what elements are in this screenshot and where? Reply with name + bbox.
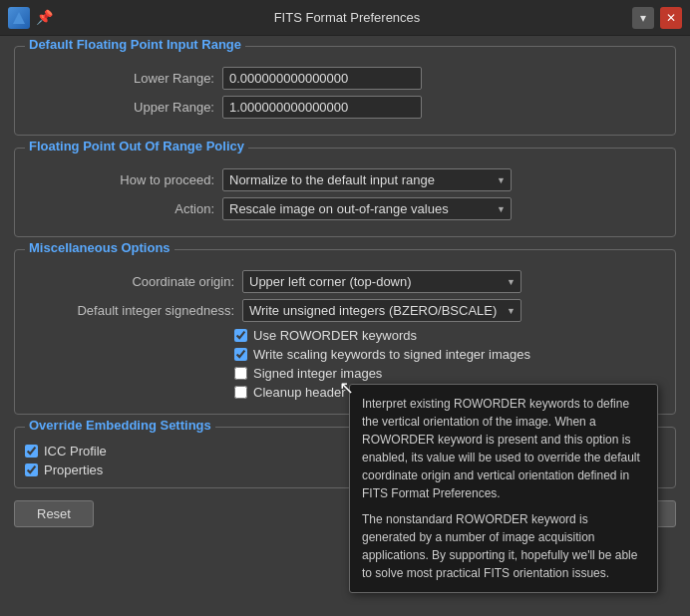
roworder-checkbox-row: Use ROWORDER keywords (234, 328, 665, 343)
out-of-range-section: Floating Point Out Of Range Policy How t… (14, 148, 676, 237)
svg-marker-0 (13, 12, 25, 24)
action-select[interactable]: Rescale image on out-of-range values Oth… (222, 197, 512, 220)
default-range-section: Default Floating Point Input Range Lower… (14, 46, 676, 136)
dropdown-button[interactable]: ▾ (632, 7, 654, 29)
integer-signedness-row: Default integer signedness: Write unsign… (25, 299, 665, 322)
roworder-label[interactable]: Use ROWORDER keywords (253, 328, 417, 343)
coord-origin-label: Coordinate origin: (25, 274, 234, 289)
close-button[interactable]: ✕ (660, 7, 682, 29)
pin-icon[interactable]: 📌 (36, 9, 54, 27)
misc-options-title: Miscellaneous Options (25, 240, 174, 255)
icc-profile-checkbox[interactable] (25, 445, 38, 458)
out-of-range-title: Floating Point Out Of Range Policy (25, 139, 248, 154)
signed-checkbox[interactable] (234, 367, 247, 380)
cleanup-checkbox[interactable] (234, 386, 247, 399)
roworder-tooltip: Interpret existing ROWORDER keywords to … (349, 384, 658, 593)
properties-checkbox[interactable] (25, 463, 38, 476)
embedding-title: Override Embedding Settings (25, 418, 215, 433)
scaling-label[interactable]: Write scaling keywords to signed integer… (253, 347, 530, 362)
dialog-title: FITS Format Preferences (62, 10, 632, 25)
title-bar: 📌 FITS Format Preferences ▾ ✕ (0, 0, 690, 36)
signed-label[interactable]: Signed integer images (253, 366, 382, 381)
scaling-checkbox-row: Write scaling keywords to signed integer… (234, 347, 665, 362)
upper-range-label: Upper Range: (25, 100, 214, 115)
action-row: Action: Rescale image on out-of-range va… (25, 197, 665, 220)
scaling-checkbox[interactable] (234, 348, 247, 361)
signed-checkbox-row: Signed integer images (234, 366, 665, 381)
upper-range-input[interactable] (222, 96, 422, 119)
how-to-proceed-label: How to proceed: (25, 172, 214, 187)
properties-item: Properties (25, 462, 337, 477)
how-to-proceed-row: How to proceed: Normalize to the default… (25, 168, 665, 191)
integer-signedness-label: Default integer signedness: (25, 303, 234, 318)
reset-button[interactable]: Reset (14, 500, 94, 527)
roworder-checkbox[interactable] (234, 329, 247, 342)
coord-origin-row: Coordinate origin: Upper left corner (to… (25, 270, 665, 293)
title-bar-controls: ▾ ✕ (632, 7, 682, 29)
action-label: Action: (25, 201, 214, 216)
integer-signedness-select[interactable]: Write unsigned integers (BZERO/BSCALE) W… (242, 299, 521, 322)
lower-range-input[interactable] (222, 67, 422, 90)
icc-profile-item: ICC Profile (25, 444, 337, 459)
lower-range-label: Lower Range: (25, 71, 214, 86)
upper-range-row: Upper Range: (25, 96, 665, 119)
default-range-title: Default Floating Point Input Range (25, 37, 245, 52)
tooltip-paragraph-1: Interpret existing ROWORDER keywords to … (362, 395, 645, 502)
icc-profile-label[interactable]: ICC Profile (44, 444, 107, 459)
app-icon (8, 7, 30, 29)
how-to-proceed-select[interactable]: Normalize to the default input range Cli… (222, 168, 512, 191)
tooltip-paragraph-2: The nonstandard ROWORDER keyword is gene… (362, 510, 645, 582)
lower-range-row: Lower Range: (25, 67, 665, 90)
coord-origin-select[interactable]: Upper left corner (top-down) Lower left … (242, 270, 521, 293)
properties-label[interactable]: Properties (44, 462, 103, 477)
